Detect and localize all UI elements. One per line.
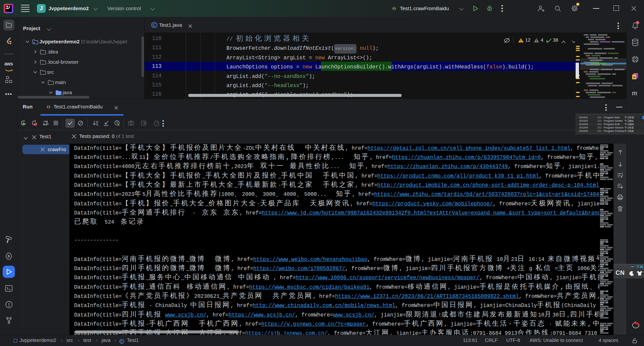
svg-text:M: M [633,76,636,79]
